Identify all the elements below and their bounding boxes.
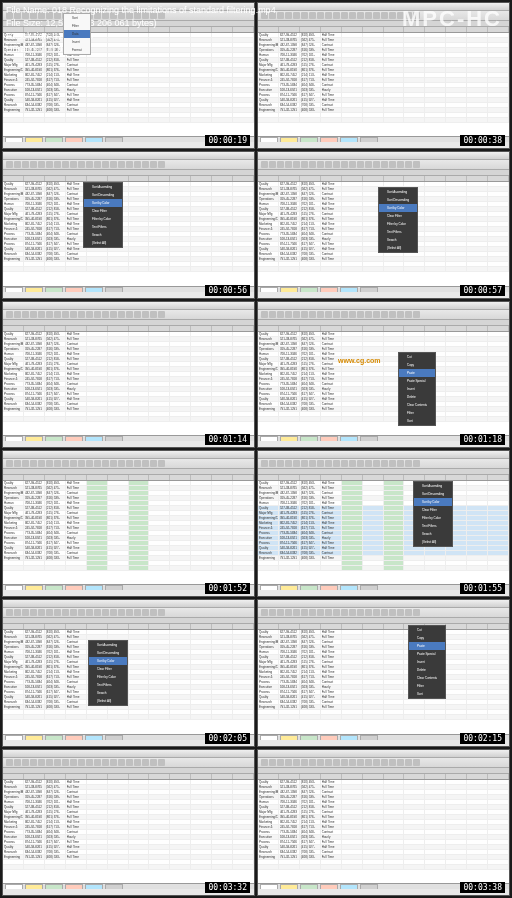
table-cell[interactable] bbox=[363, 78, 384, 82]
table-cell[interactable]: Full Time bbox=[66, 526, 87, 530]
toolbar-button[interactable] bbox=[341, 12, 348, 19]
table-cell[interactable] bbox=[170, 342, 191, 346]
table-cell[interactable]: 245-92-7818 bbox=[24, 78, 45, 82]
table-cell[interactable] bbox=[363, 38, 384, 42]
table-cell[interactable] bbox=[212, 715, 233, 719]
table-cell[interactable]: 634-54-6332 bbox=[24, 551, 45, 555]
column-header[interactable] bbox=[149, 475, 170, 480]
table-cell[interactable] bbox=[87, 412, 108, 416]
table-cell[interactable] bbox=[233, 645, 254, 649]
table-cell[interactable]: Full Time bbox=[66, 377, 87, 381]
sheet-tab[interactable] bbox=[65, 735, 83, 740]
table-cell[interactable] bbox=[446, 237, 467, 241]
table-cell[interactable] bbox=[384, 860, 405, 864]
table-cell[interactable] bbox=[446, 790, 467, 794]
toolbar-button[interactable] bbox=[126, 311, 133, 318]
table-cell[interactable] bbox=[212, 825, 233, 829]
table-cell[interactable]: Research Center bbox=[3, 785, 24, 789]
table-cell[interactable] bbox=[129, 257, 150, 261]
table-cell[interactable] bbox=[108, 332, 129, 336]
column-header[interactable] bbox=[384, 624, 405, 629]
table-cell[interactable] bbox=[384, 78, 405, 82]
table-cell[interactable] bbox=[3, 715, 24, 719]
toolbar-button[interactable] bbox=[301, 609, 308, 616]
table-cell[interactable] bbox=[363, 695, 384, 699]
table-cell[interactable]: 108-13-6921 bbox=[24, 88, 45, 92]
table-cell[interactable]: (408) 533-7426 bbox=[45, 556, 66, 560]
table-cell[interactable]: (810) 493-6062 bbox=[45, 780, 66, 784]
table-cell[interactable] bbox=[87, 630, 108, 634]
table-cell[interactable]: Research Center bbox=[258, 187, 279, 191]
table-cell[interactable] bbox=[149, 810, 170, 814]
table-cell[interactable]: Quality Control bbox=[258, 780, 279, 784]
table-cell[interactable]: (408) 533-7426 bbox=[45, 705, 66, 709]
table-cell[interactable] bbox=[363, 262, 384, 266]
table-cell[interactable]: (617) 347-9283 bbox=[45, 541, 66, 545]
table-cell[interactable]: 708-11-3346 bbox=[24, 352, 45, 356]
table-cell[interactable]: 540-58-8261 bbox=[279, 695, 300, 699]
table-cell[interactable]: Research Center bbox=[258, 402, 279, 406]
table-cell[interactable]: 432-67-1098 bbox=[279, 491, 300, 495]
table-cell[interactable] bbox=[321, 412, 342, 416]
table-cell[interactable]: Engineering/Chemistry bbox=[258, 815, 279, 819]
table-cell[interactable] bbox=[108, 347, 129, 351]
table-cell[interactable] bbox=[233, 491, 254, 495]
table-cell[interactable] bbox=[129, 790, 150, 794]
table-cell[interactable] bbox=[467, 645, 488, 649]
column-header[interactable] bbox=[321, 475, 342, 480]
table-cell[interactable] bbox=[363, 675, 384, 679]
table-cell[interactable] bbox=[24, 715, 45, 719]
table-cell[interactable] bbox=[467, 501, 488, 505]
table-cell[interactable] bbox=[87, 88, 108, 92]
column-header[interactable] bbox=[149, 624, 170, 629]
table-cell[interactable] bbox=[129, 496, 150, 500]
column-header[interactable] bbox=[108, 624, 129, 629]
table-cell[interactable] bbox=[384, 825, 405, 829]
menu-item[interactable]: Sort Descending bbox=[84, 191, 122, 199]
table-cell[interactable]: 773-05-5834 bbox=[24, 680, 45, 684]
table-cell[interactable] bbox=[108, 820, 129, 824]
toolbar-button[interactable] bbox=[150, 759, 157, 766]
toolbar-button[interactable] bbox=[78, 161, 85, 168]
sheet-tab[interactable] bbox=[300, 287, 318, 292]
table-cell[interactable] bbox=[467, 63, 488, 67]
table-cell[interactable]: Half Time bbox=[321, 521, 342, 525]
table-cell[interactable]: Half Time bbox=[66, 73, 87, 77]
table-cell[interactable] bbox=[149, 103, 170, 107]
table-row[interactable] bbox=[3, 715, 254, 720]
table-cell[interactable] bbox=[425, 815, 446, 819]
table-cell[interactable] bbox=[467, 531, 488, 535]
sheet-tab[interactable] bbox=[105, 436, 123, 441]
table-cell[interactable] bbox=[149, 83, 170, 87]
table-cell[interactable] bbox=[212, 491, 233, 495]
table-cell[interactable]: (404) 348-2280 bbox=[45, 232, 66, 236]
table-cell[interactable]: (847) 526-0361 bbox=[300, 192, 321, 196]
table-cell[interactable] bbox=[446, 212, 467, 216]
table-cell[interactable]: 108-13-6921 bbox=[279, 387, 300, 391]
table-cell[interactable] bbox=[129, 685, 150, 689]
table-cell[interactable] bbox=[384, 820, 405, 824]
table-cell[interactable]: (316) 539-1098 bbox=[300, 347, 321, 351]
table-cell[interactable] bbox=[342, 835, 363, 839]
table-cell[interactable] bbox=[129, 88, 150, 92]
sheet-tab[interactable] bbox=[340, 436, 358, 441]
table-cell[interactable]: Quality Control bbox=[258, 182, 279, 186]
table-cell[interactable] bbox=[170, 397, 191, 401]
table-cell[interactable] bbox=[233, 795, 254, 799]
table-cell[interactable] bbox=[170, 690, 191, 694]
toolbar-button[interactable] bbox=[86, 460, 93, 467]
column-header[interactable] bbox=[342, 475, 363, 480]
toolbar-button[interactable] bbox=[317, 759, 324, 766]
table-cell[interactable] bbox=[363, 805, 384, 809]
table-cell[interactable]: (847) 526-0361 bbox=[45, 342, 66, 346]
table-cell[interactable]: Contract bbox=[321, 212, 342, 216]
table-cell[interactable] bbox=[170, 58, 191, 62]
table-cell[interactable] bbox=[149, 795, 170, 799]
table-cell[interactable]: 432-67-1098 bbox=[24, 491, 45, 495]
menu-item[interactable]: Filter bbox=[409, 682, 445, 690]
table-cell[interactable] bbox=[233, 392, 254, 396]
table-cell[interactable]: (404) 348-2280 bbox=[45, 830, 66, 834]
table-cell[interactable] bbox=[129, 387, 150, 391]
table-cell[interactable] bbox=[191, 670, 212, 674]
table-cell[interactable] bbox=[342, 635, 363, 639]
